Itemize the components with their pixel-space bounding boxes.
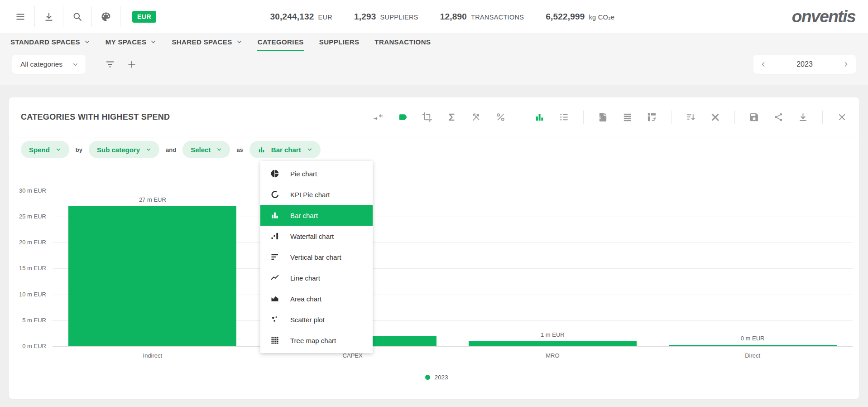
menu-item-bar-chart[interactable]: Bar chart <box>260 205 373 226</box>
tab-categories[interactable]: CATEGORIES <box>257 34 304 51</box>
menu-item-area-chart[interactable]: Area chart <box>260 288 373 309</box>
scatter-plot-icon <box>270 315 279 324</box>
chevron-down-icon <box>146 147 151 152</box>
previous-year-icon[interactable] <box>760 61 767 68</box>
y-tick-label: 10 m EUR <box>19 291 46 298</box>
download-icon[interactable] <box>798 112 808 122</box>
menu-item-label: KPI Pie chart <box>290 191 330 199</box>
x-category-label: Direct <box>652 352 853 359</box>
tab-transactions[interactable]: TRANSACTIONS <box>374 34 431 51</box>
top-header: EUR 30,244,132 EUR 1,293 SUPPLIERS 12,89… <box>0 0 868 34</box>
menu-icon[interactable] <box>15 11 26 22</box>
menu-item-pie-chart[interactable]: Pie chart <box>260 163 373 184</box>
menu-item-scatter-plot[interactable]: Scatter plot <box>260 309 373 330</box>
menu-item-waterfall-chart[interactable]: Waterfall chart <box>260 226 373 247</box>
menu-item-vertical-bar-chart[interactable]: Vertical bar chart <box>260 247 373 267</box>
tab-my-spaces[interactable]: MY SPACES <box>105 34 157 51</box>
menu-item-label: Pie chart <box>290 170 317 178</box>
x-axis-labels: Indirect CAPEX MRO Direct <box>53 352 853 359</box>
stat-value: 30,244,132 <box>270 12 314 22</box>
report-file-icon[interactable] <box>598 112 608 122</box>
onventis-logo: onventis <box>792 7 868 26</box>
bar[interactable] <box>669 345 837 346</box>
next-year-icon[interactable] <box>842 61 849 68</box>
kpi-pie-chart-icon <box>270 190 279 199</box>
query-connector: by <box>76 146 82 153</box>
legend-item[interactable]: 2023 <box>425 374 448 381</box>
space-tabs: STANDARD SPACES MY SPACES SHARED SPACES … <box>0 34 868 51</box>
toolbar-divider <box>734 111 735 124</box>
table-rows-icon[interactable] <box>622 112 633 122</box>
dimension-pill[interactable]: Sub category <box>89 141 159 158</box>
tab-standard-spaces[interactable]: STANDARD SPACES <box>10 34 91 51</box>
category-filter-dropdown[interactable]: All categories <box>12 55 86 74</box>
currency-badge[interactable]: EUR <box>132 11 156 23</box>
bar-group: 0 m EUR <box>652 191 853 346</box>
menu-item-label: Bar chart <box>290 212 318 219</box>
menu-item-label: Scatter plot <box>290 316 325 324</box>
category-filter-value: All categories <box>20 60 62 68</box>
label-tag-icon[interactable] <box>398 112 408 122</box>
chevron-down-icon <box>307 147 312 152</box>
header-icon-group: EUR <box>0 0 156 34</box>
stat-value: 6,522,999 <box>546 12 585 22</box>
bar[interactable] <box>68 206 236 346</box>
area-chart-icon <box>270 294 279 303</box>
bar-value-label: 27 m EUR <box>139 196 166 203</box>
chevron-down-icon <box>84 39 90 45</box>
kpi-stats: 30,244,132 EUR 1,293 SUPPLIERS 12,890 TR… <box>156 12 729 22</box>
tab-label: STANDARD SPACES <box>10 38 80 46</box>
query-connector: and <box>166 146 176 153</box>
tab-suppliers[interactable]: SUPPLIERS <box>319 34 360 51</box>
x-category-label: CAPEX <box>253 352 453 359</box>
x-category-label: MRO <box>453 352 653 359</box>
x-category-label: Indirect <box>53 352 253 359</box>
menu-item-line-chart[interactable]: Line chart <box>260 267 373 288</box>
menu-item-label: Vertical bar chart <box>290 253 341 261</box>
search-icon[interactable] <box>72 11 83 22</box>
sort-descending-icon[interactable] <box>686 112 696 122</box>
filter-label: Select <box>191 146 211 154</box>
pivot-table-icon[interactable] <box>647 112 657 122</box>
legend-label: 2023 <box>434 374 448 381</box>
chevron-down-icon <box>72 62 78 68</box>
download-icon[interactable] <box>43 11 54 22</box>
measure-label: Spend <box>29 146 50 154</box>
dimension-label: Sub category <box>97 146 140 154</box>
chart-type-menu: Pie chart KPI Pie chart Bar chart Waterf… <box>260 161 373 353</box>
legend-color-dot <box>425 375 430 380</box>
add-icon[interactable] <box>126 59 137 70</box>
chevron-down-icon <box>216 147 222 152</box>
tab-shared-spaces[interactable]: SHARED SPACES <box>171 34 242 51</box>
bar[interactable] <box>469 341 637 346</box>
merge-columns-icon[interactable] <box>373 112 384 122</box>
stat-total-spend: 30,244,132 EUR <box>270 12 332 22</box>
bars: 27 m EUR 1 m EUR 0 m EUR <box>53 191 853 346</box>
save-icon[interactable] <box>749 112 759 122</box>
palette-icon[interactable] <box>101 11 111 22</box>
menu-item-tree-map-chart[interactable]: Tree map chart <box>260 330 373 351</box>
list-view-icon[interactable] <box>559 112 569 122</box>
year-value: 2023 <box>796 60 813 68</box>
tab-label: SHARED SPACES <box>172 38 232 46</box>
query-builder: Spend by Sub category and Select as Bar … <box>9 137 859 158</box>
sum-sigma-icon[interactable] <box>446 112 457 122</box>
measure-pill[interactable]: Spend <box>21 141 69 158</box>
bar-group: 1 m EUR <box>453 191 653 346</box>
crop-icon[interactable] <box>422 112 432 122</box>
close-icon[interactable] <box>837 112 847 122</box>
header-divider <box>120 6 120 27</box>
filter-pill[interactable]: Select <box>182 141 230 158</box>
chart-type-pill[interactable]: Bar chart <box>249 141 321 158</box>
stat-transactions: 12,890 TRANSACTIONS <box>440 12 524 22</box>
y-tick-label: 20 m EUR <box>19 239 46 246</box>
design-tools-icon[interactable] <box>710 112 720 122</box>
tab-label: SUPPLIERS <box>319 38 360 46</box>
share-icon[interactable] <box>773 112 784 122</box>
bar-chart-view-icon[interactable] <box>534 112 545 122</box>
axis-swap-off-icon[interactable] <box>471 112 481 122</box>
menu-item-kpi-pie-chart[interactable]: KPI Pie chart <box>260 184 373 205</box>
menu-item-label: Waterfall chart <box>290 233 334 240</box>
filter-icon[interactable] <box>105 59 115 70</box>
percent-icon[interactable] <box>495 112 506 122</box>
